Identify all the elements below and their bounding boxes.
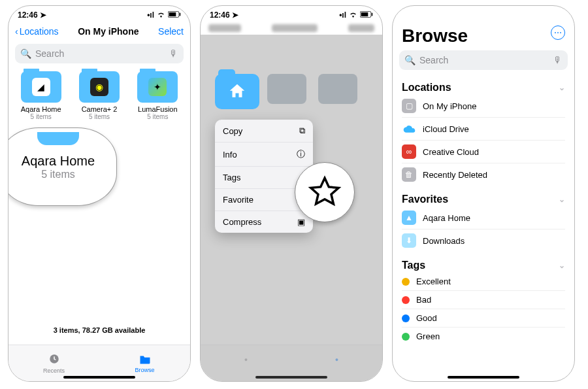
search-input[interactable]: 🔍 Search 🎙 (15, 44, 184, 63)
clock-icon (48, 353, 60, 366)
tag-bad[interactable]: Bad (402, 291, 565, 309)
tag-excellent[interactable]: Excellent (402, 273, 565, 291)
folder-icon: ⬇ (402, 233, 416, 248)
panel-2-context-menu: 12:46 ➤ •ıl Copy⧉ Infoⓘ Tags○ Favorite☆ … (200, 5, 383, 382)
phone-icon: ▢ (402, 99, 416, 113)
panel-3-browse: . ⋯ Browse 🔍 Search 🎙 Locations⌄ ▢On My … (392, 5, 575, 382)
cloud-icon (402, 122, 416, 136)
favorite-downloads[interactable]: ⬇Downloads (402, 229, 565, 252)
status-bar: 12:46 ➤ •ıl (8, 6, 190, 22)
ellipsis-icon: ⋯ (554, 28, 562, 37)
search-icon: 🔍 (404, 55, 416, 65)
location-creative-cloud[interactable]: ∞Creative Cloud (402, 141, 565, 163)
copy-icon: ⧉ (299, 126, 305, 136)
home-indicator (255, 376, 327, 379)
location-recently-deleted[interactable]: 🗑Recently Deleted (402, 163, 565, 186)
tutorial-arrow-icon (331, 201, 382, 220)
more-button[interactable]: ⋯ (551, 25, 565, 40)
menu-compress[interactable]: Compress▣ (215, 211, 313, 233)
tag-good[interactable]: Good (402, 309, 565, 328)
location-icloud-drive[interactable]: iCloud Drive (402, 118, 565, 141)
search-icon: 🔍 (20, 48, 31, 59)
page-title: Browse (393, 22, 574, 48)
svg-rect-6 (372, 13, 373, 16)
trash-icon: 🗑 (402, 167, 416, 182)
status-bar: 12:46 ➤ •ıl (201, 6, 382, 22)
chevron-down-icon: ⌄ (559, 261, 565, 270)
creative-cloud-icon: ∞ (402, 144, 416, 159)
section-header-locations[interactable]: Locations⌄ (402, 76, 565, 95)
svg-rect-5 (361, 12, 368, 16)
tag-dot-icon (402, 314, 410, 322)
menu-info[interactable]: Infoⓘ (215, 143, 313, 167)
folder-aqara-home[interactable]: ◢ Aqara Home 5 items (18, 71, 64, 120)
folder-icon (139, 354, 151, 365)
mic-icon[interactable]: 🎙 (553, 55, 563, 65)
chevron-down-icon: ⌄ (559, 83, 565, 92)
signal-icon: •ıl (339, 10, 346, 20)
folder-lumafusion[interactable]: ✦ LumaFusion 5 items (135, 71, 181, 120)
location-on-my-iphone[interactable]: ▢On My iPhone (402, 95, 565, 118)
chevron-down-icon: ⌄ (559, 195, 565, 204)
menu-copy[interactable]: Copy⧉ (215, 120, 313, 143)
compress-icon: ▣ (297, 217, 305, 227)
storage-summary: 3 items, 78.27 GB available (8, 326, 190, 334)
chevron-left-icon: ‹ (15, 26, 18, 37)
search-input[interactable]: 🔍 Search 🎙 (399, 50, 568, 70)
battery-icon (360, 10, 373, 20)
selected-folder-aqara[interactable] (215, 74, 259, 109)
wifi-icon (349, 10, 357, 20)
info-icon: ⓘ (297, 148, 305, 160)
nav-title: On My iPhone (78, 26, 139, 37)
favorite-aqara-home[interactable]: ▲Aqara Home (402, 207, 565, 229)
svg-rect-1 (169, 12, 176, 16)
folder-icon: ▲ (402, 211, 416, 225)
location-arrow-icon: ➤ (40, 10, 46, 20)
mic-icon[interactable]: 🎙 (169, 48, 178, 59)
signal-icon: •ıl (147, 10, 154, 20)
select-button[interactable]: Select (158, 26, 184, 37)
home-indicator (448, 376, 519, 379)
zoom-callout-aqara: Aqara Home 5 items (8, 127, 117, 206)
tag-green[interactable]: Green (402, 328, 565, 345)
back-button[interactable]: ‹Locations (15, 26, 59, 37)
tag-dot-icon (402, 296, 410, 304)
battery-icon (168, 10, 181, 20)
nav-bar: ‹Locations On My iPhone Select (8, 22, 190, 41)
tag-dot-icon (402, 278, 410, 286)
section-header-favorites[interactable]: Favorites⌄ (402, 188, 565, 207)
panel-1-on-my-iphone: 12:46 ➤ •ıl ‹Locations On My iPhone Sele… (8, 5, 191, 382)
wifi-icon (157, 10, 165, 20)
folder-camera-plus-2[interactable]: ◉ Camera+ 2 5 items (76, 71, 122, 120)
home-indicator (63, 376, 135, 379)
location-arrow-icon: ➤ (232, 10, 238, 20)
tag-dot-icon (402, 333, 410, 341)
svg-rect-2 (180, 13, 181, 16)
section-header-tags[interactable]: Tags⌄ (402, 254, 565, 273)
